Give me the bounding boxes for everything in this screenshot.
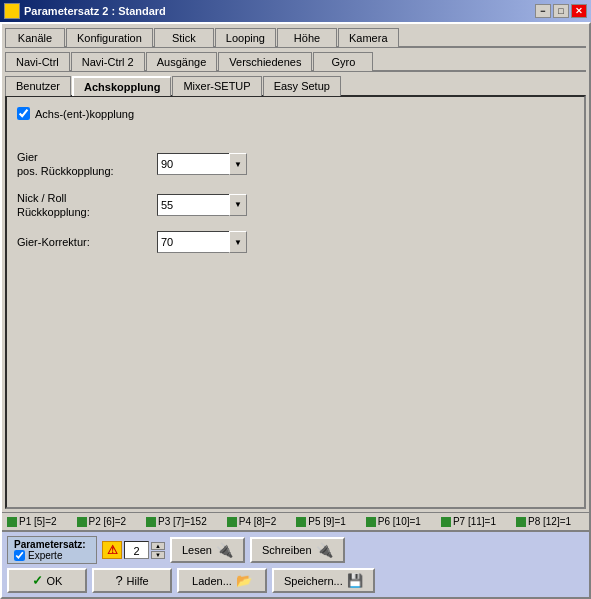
- status-p3: P3 [7]=152: [146, 516, 207, 527]
- tab-row-1: Kanäle Konfiguration Stick Looping Höhe …: [2, 24, 589, 46]
- tab-ausgaenge[interactable]: Ausgänge: [146, 52, 218, 71]
- spin-arrows: ▲ ▼: [151, 542, 165, 559]
- nick-roll-select-wrapper: 0102030 405055 60708090100 ▼: [157, 194, 247, 216]
- tab-konfiguration[interactable]: Konfiguration: [66, 28, 153, 47]
- checkbox-row: Achs-(ent-)kopplung: [17, 107, 574, 120]
- tab-row-2: Navi-Ctrl Navi-Ctrl 2 Ausgänge Verschied…: [2, 48, 589, 70]
- status-indicator-p2: [77, 517, 87, 527]
- status-indicator-p8: [516, 517, 526, 527]
- maximize-button[interactable]: □: [553, 4, 569, 18]
- title-bar-text: Parametersatz 2 : Standard: [4, 3, 166, 19]
- plug-icon: 🔌: [216, 542, 233, 558]
- status-indicator-p7: [441, 517, 451, 527]
- tab-benutzer[interactable]: Benutzer: [5, 76, 71, 96]
- disk-icon: 💾: [347, 573, 363, 588]
- expert-checkbox[interactable]: [14, 550, 25, 561]
- nick-roll-select[interactable]: 0102030 405055 60708090100: [157, 194, 247, 216]
- tab-achskopplung[interactable]: Achskopplung: [72, 76, 171, 96]
- tab-hoehe[interactable]: Höhe: [277, 28, 337, 47]
- status-indicator-p1: [7, 517, 17, 527]
- hilfe-button[interactable]: ? Hilfe: [92, 568, 172, 593]
- close-button[interactable]: ✕: [571, 4, 587, 18]
- tab-row-3: Benutzer Achskopplung Mixer-SETUP Easy S…: [2, 72, 589, 95]
- status-p7: P7 [11]=1: [441, 516, 496, 527]
- status-indicator-p6: [366, 517, 376, 527]
- tab-kamera[interactable]: Kamera: [338, 28, 399, 47]
- warning-group: ⚠ 2 ▲ ▼: [102, 541, 165, 559]
- schreiben-label: Schreiben: [262, 544, 312, 556]
- tab-easy-setup[interactable]: Easy Setup: [263, 76, 341, 96]
- question-icon: ?: [115, 573, 122, 588]
- ok-button[interactable]: ✓ OK: [7, 568, 87, 593]
- status-p6: P6 [10]=1: [366, 516, 421, 527]
- expert-label: Experte: [28, 550, 62, 561]
- nick-roll-label-line1: Nick / Roll: [17, 191, 147, 205]
- tab-mixer-setup[interactable]: Mixer-SETUP: [172, 76, 261, 96]
- window-title: Parametersatz 2 : Standard: [24, 5, 166, 17]
- schreiben-button[interactable]: Schreiben 🔌: [250, 537, 345, 563]
- ok-label: OK: [47, 575, 63, 587]
- status-text-p2: P2 [6]=2: [89, 516, 127, 527]
- tab-navi-ctrl2[interactable]: Navi-Ctrl 2: [71, 52, 145, 71]
- warning-number: 2: [124, 541, 149, 559]
- status-indicator-p4: [227, 517, 237, 527]
- lesen-button[interactable]: Lesen 🔌: [170, 537, 245, 563]
- status-p1: P1 [5]=2: [7, 516, 57, 527]
- status-text-p7: P7 [11]=1: [453, 516, 496, 527]
- warning-icon: ⚠: [102, 541, 122, 559]
- expert-row: Experte: [14, 550, 90, 561]
- gier-korrektur-select[interactable]: 0102030 40506070 8090100: [157, 231, 247, 253]
- status-text-p6: P6 [10]=1: [378, 516, 421, 527]
- gier-label: Gier pos. Rückkopplung:: [17, 150, 147, 179]
- achskopplung-label: Achs-(ent-)kopplung: [35, 108, 134, 120]
- status-text-p4: P4 [8]=2: [239, 516, 277, 527]
- param-label: Parametersatz:: [14, 539, 90, 550]
- content-area: Achs-(ent-)kopplung Gier pos. Rückkopplu…: [5, 95, 586, 509]
- gier-select-wrapper: 0102030 40506070 8090100 ▼: [157, 153, 247, 175]
- folder-icon: 📂: [236, 573, 252, 588]
- status-indicator-p5: [296, 517, 306, 527]
- speichern-button[interactable]: Speichern... 💾: [272, 568, 375, 593]
- app-icon: [4, 3, 20, 19]
- speichern-label: Speichern...: [284, 575, 343, 587]
- status-text-p3: P3 [7]=152: [158, 516, 207, 527]
- status-p4: P4 [8]=2: [227, 516, 277, 527]
- gier-korrektur-label: Gier-Korrektur:: [17, 235, 147, 249]
- spin-down[interactable]: ▼: [151, 551, 165, 559]
- nick-roll-row: Nick / Roll Rückkopplung: 0102030 405055…: [17, 191, 574, 220]
- form-section: Gier pos. Rückkopplung: 0102030 40506070…: [17, 150, 574, 253]
- status-text-p5: P5 [9]=1: [308, 516, 346, 527]
- tab-verschiedenes[interactable]: Verschiedenes: [218, 52, 312, 71]
- tab-kanaele[interactable]: Kanäle: [5, 28, 65, 47]
- gier-label-line1: Gier: [17, 150, 147, 164]
- param-box: Parametersatz: Experte: [7, 536, 97, 564]
- bottom-row2: ✓ OK ? Hilfe Laden... 📂 Speichern... 💾: [7, 568, 584, 593]
- title-bar: Parametersatz 2 : Standard − □ ✕: [0, 0, 591, 22]
- gier-korrektur-label-text: Gier-Korrektur:: [17, 235, 147, 249]
- status-text-p8: P8 [12]=1: [528, 516, 571, 527]
- hilfe-label: Hilfe: [127, 575, 149, 587]
- tab-stick[interactable]: Stick: [154, 28, 214, 47]
- status-p2: P2 [6]=2: [77, 516, 127, 527]
- gier-label-line2: pos. Rückkopplung:: [17, 164, 147, 178]
- laden-button[interactable]: Laden... 📂: [177, 568, 267, 593]
- spin-up[interactable]: ▲: [151, 542, 165, 550]
- lesen-label: Lesen: [182, 544, 212, 556]
- laden-label: Laden...: [192, 575, 232, 587]
- nick-roll-label-line2: Rückkopplung:: [17, 205, 147, 219]
- minimize-button[interactable]: −: [535, 4, 551, 18]
- achskopplung-checkbox[interactable]: [17, 107, 30, 120]
- tab-looping[interactable]: Looping: [215, 28, 276, 47]
- check-icon: ✓: [32, 573, 43, 588]
- tab-gyro[interactable]: Gyro: [313, 52, 373, 71]
- gier-korrektur-select-wrapper: 0102030 40506070 8090100 ▼: [157, 231, 247, 253]
- status-p5: P5 [9]=1: [296, 516, 346, 527]
- tab-navi-ctrl[interactable]: Navi-Ctrl: [5, 52, 70, 71]
- status-indicator-p3: [146, 517, 156, 527]
- main-window: Kanäle Konfiguration Stick Looping Höhe …: [0, 22, 591, 599]
- status-text-p1: P1 [5]=2: [19, 516, 57, 527]
- nick-roll-label: Nick / Roll Rückkopplung:: [17, 191, 147, 220]
- gier-select[interactable]: 0102030 40506070 8090100: [157, 153, 247, 175]
- gier-row: Gier pos. Rückkopplung: 0102030 40506070…: [17, 150, 574, 179]
- title-controls: − □ ✕: [535, 4, 587, 18]
